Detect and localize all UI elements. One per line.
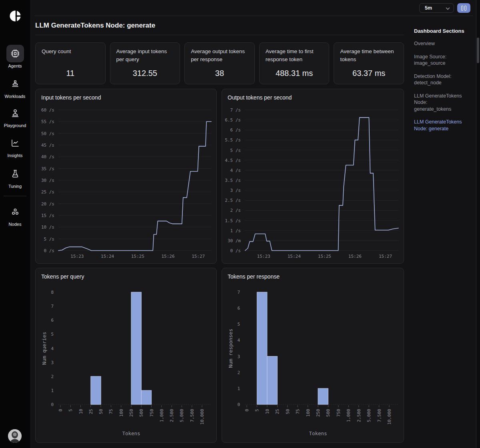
svg-text:2,500: 2,500 — [356, 409, 362, 422]
sidebar-item-workloads[interactable]: Workloads — [0, 75, 30, 99]
svg-text:6: 6 — [51, 318, 54, 323]
svg-text:4: 4 — [51, 346, 54, 351]
svg-text:Tokens: Tokens — [122, 430, 140, 436]
stamp-icon — [6, 75, 24, 93]
stats-row: Query count 11 Average input tokens per … — [35, 42, 404, 84]
output-tokens-plot[interactable]: 0 /s30 /m1 /s1.5 /s2 /s2.5 /s3 /s3.5 /s4… — [222, 89, 404, 263]
sidebar-item-tuning[interactable]: Tuning — [0, 165, 30, 189]
chart-input-tokens-per-second: Input tokens per second 0 /s5 /s10 /s15 … — [35, 89, 217, 264]
scrollbar-thumb[interactable] — [477, 38, 479, 63]
svg-text:0 /s: 0 /s — [230, 248, 241, 253]
stat-value: 38 — [191, 69, 248, 80]
svg-text:7: 7 — [51, 304, 54, 309]
time-range-value: 5m — [425, 5, 432, 11]
svg-text:7,500: 7,500 — [190, 409, 195, 422]
svg-text:0 /s: 0 /s — [44, 248, 55, 253]
svg-text:250: 250 — [129, 409, 134, 417]
section-link-detection-model[interactable]: Detection Model: detect_node — [414, 73, 462, 86]
svg-text:25: 25 — [88, 409, 94, 414]
svg-text:6: 6 — [237, 306, 240, 311]
svg-text:15:27: 15:27 — [192, 254, 205, 259]
svg-text:5,000: 5,000 — [366, 409, 372, 422]
svg-text:15:26: 15:26 — [348, 254, 362, 259]
section-link-overview[interactable]: Overview — [414, 40, 462, 47]
svg-text:1,000: 1,000 — [346, 409, 351, 422]
joystick-icon — [6, 104, 24, 122]
tokens-per-response-plot[interactable]: 0123456705102550751002505007501,0002,500… — [222, 268, 404, 442]
svg-text:5: 5 — [68, 409, 73, 412]
svg-text:7,500: 7,500 — [377, 409, 382, 422]
stat-value: 63.37 ms — [340, 69, 398, 80]
svg-text:3: 3 — [51, 360, 54, 365]
svg-text:3 /s: 3 /s — [230, 188, 241, 193]
stat-label: Average time to first response token — [266, 48, 323, 64]
svg-text:4 /s: 4 /s — [230, 168, 241, 173]
section-link-generate-tokens[interactable]: LLM GenerateTokens Node: generate_tokens — [414, 93, 462, 113]
svg-text:10,000: 10,000 — [200, 409, 205, 425]
pause-button[interactable] — [457, 3, 470, 13]
sidebar-item-nodes[interactable]: Nodes — [0, 203, 30, 227]
svg-text:100: 100 — [119, 409, 124, 417]
sidebar-item-playground[interactable]: Playground — [0, 104, 30, 128]
app-logo[interactable] — [0, 9, 30, 25]
svg-text:50: 50 — [98, 409, 104, 414]
line-chart-icon — [6, 134, 24, 152]
svg-text:45 /s: 45 /s — [41, 143, 54, 148]
svg-text:4: 4 — [237, 338, 240, 343]
sidebar-item-agents[interactable]: Agents — [0, 45, 30, 68]
svg-text:5,000: 5,000 — [179, 409, 184, 422]
sidebar-item-insights[interactable]: Insights — [0, 134, 30, 158]
logo-icon — [8, 9, 22, 25]
svg-text:0: 0 — [244, 409, 250, 412]
svg-text:500: 500 — [326, 409, 331, 417]
svg-text:15:24: 15:24 — [101, 254, 114, 259]
svg-text:60 /s: 60 /s — [41, 108, 54, 113]
svg-text:15 /s: 15 /s — [41, 213, 54, 218]
svg-text:8: 8 — [51, 290, 54, 295]
stat-label: Average time between tokens — [340, 48, 398, 64]
svg-text:750: 750 — [149, 409, 154, 417]
tokens-per-query-plot[interactable]: 01234567805102550751002505007501,0002,50… — [36, 268, 216, 442]
svg-text:15:25: 15:25 — [318, 254, 331, 259]
chart-tokens-per-response: Tokens per response 01234567051025507510… — [222, 268, 404, 443]
section-link-image-source[interactable]: Image Source: image_source — [414, 54, 462, 67]
svg-text:10,000: 10,000 — [387, 409, 392, 425]
dashboard-content: LLM GenerateTokens Node: generate Query … — [35, 16, 404, 443]
svg-text:3: 3 — [237, 354, 240, 359]
svg-text:75: 75 — [108, 409, 114, 414]
svg-text:30 /m: 30 /m — [228, 238, 241, 243]
time-range-select[interactable]: 5m — [419, 3, 454, 13]
stat-card-avg-input-tokens: Average input tokens per query 312.55 — [110, 42, 180, 84]
stat-label: Average input tokens per query — [116, 48, 174, 64]
svg-text:Tokens: Tokens — [309, 430, 327, 436]
svg-text:15:24: 15:24 — [288, 254, 301, 259]
svg-text:5 /s: 5 /s — [230, 148, 241, 153]
main-area: 5m LLM GenerateTokens Node: generate Que… — [30, 0, 476, 448]
svg-text:2: 2 — [51, 374, 54, 379]
svg-text:50: 50 — [285, 409, 290, 414]
input-tokens-plot[interactable]: 0 /s5 /s10 /s15 /s20 /s25 /s30 /s35 /s40… — [36, 89, 216, 263]
sidebar-item-label: Insights — [8, 153, 23, 158]
scrollbar-track[interactable] — [476, 0, 480, 448]
topbar: 5m — [35, 0, 473, 16]
svg-text:2.5 /s: 2.5 /s — [225, 198, 241, 203]
svg-text:0: 0 — [51, 402, 54, 407]
nodes-icon — [6, 203, 24, 221]
svg-text:5.5 /s: 5.5 /s — [225, 137, 241, 143]
page-title: LLM GenerateTokens Node: generate — [35, 16, 404, 35]
svg-text:10: 10 — [265, 409, 270, 414]
stat-card-avg-output-tokens: Average output tokens per response 38 — [184, 42, 255, 84]
svg-text:1: 1 — [237, 386, 240, 391]
svg-text:1.5 /s: 1.5 /s — [225, 218, 241, 223]
svg-text:6.5 /s: 6.5 /s — [225, 117, 241, 123]
user-avatar[interactable] — [8, 429, 22, 443]
svg-text:15:25: 15:25 — [131, 254, 144, 259]
svg-text:0: 0 — [58, 409, 63, 412]
stat-card-query-count: Query count 11 — [35, 42, 106, 84]
section-link-generate[interactable]: LLM GenerateTokens Node: generate — [414, 119, 462, 132]
svg-text:20 /s: 20 /s — [41, 201, 54, 207]
svg-text:40 /s: 40 /s — [41, 154, 54, 159]
svg-text:15:26: 15:26 — [161, 254, 174, 259]
svg-text:2 /s: 2 /s — [230, 208, 241, 213]
stat-value: 488.31 ms — [266, 69, 323, 80]
